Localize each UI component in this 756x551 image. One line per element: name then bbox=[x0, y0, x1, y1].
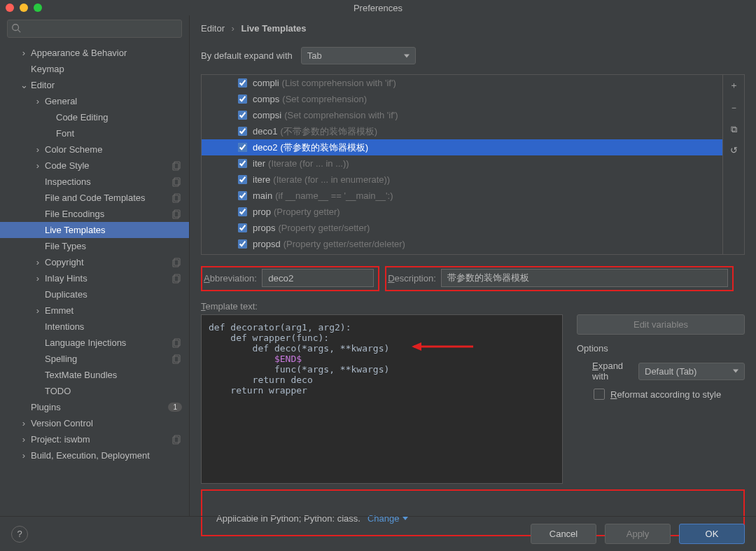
sidebar-item-inspections[interactable]: Inspections bbox=[0, 174, 189, 190]
sidebar-item-keymap[interactable]: Keymap bbox=[0, 61, 189, 77]
reformat-row: Reformat according to style bbox=[577, 389, 745, 400]
description-input[interactable] bbox=[441, 269, 728, 287]
template-list[interactable]: compli (List comprehension with 'if')com… bbox=[202, 75, 722, 254]
default-expand-select[interactable]: Tab bbox=[301, 47, 416, 64]
template-row-comps[interactable]: comps (Set comprehension) bbox=[202, 91, 722, 107]
template-desc: (Set comprehension with 'if') bbox=[284, 110, 398, 120]
sidebar-item-version-control[interactable]: ›Version Control bbox=[0, 415, 189, 431]
minimize-icon[interactable] bbox=[20, 4, 28, 12]
restore-icon[interactable]: ↺ bbox=[730, 145, 738, 155]
window-title: Preferences bbox=[354, 3, 402, 13]
sidebar-item-language-injections[interactable]: Language Injections bbox=[0, 335, 189, 351]
template-name: propsd bbox=[253, 239, 281, 249]
template-row-compsi[interactable]: compsi (Set comprehension with 'if') bbox=[202, 107, 722, 123]
template-row-main[interactable]: main (if __name__ == '__main__':) bbox=[202, 188, 722, 204]
sidebar-item-general[interactable]: ›General bbox=[0, 93, 189, 109]
content-area: ›Appearance & BehaviorKeymap⌄Editor›Gene… bbox=[0, 15, 756, 516]
sidebar-item-duplicates[interactable]: Duplicates bbox=[0, 286, 189, 302]
sidebar-item-label: Build, Execution, Deployment bbox=[28, 450, 182, 461]
sidebar-item-file-types[interactable]: File Types bbox=[0, 238, 189, 254]
template-row-itere[interactable]: itere (Iterate (for ... in enumerate)) bbox=[202, 172, 722, 188]
sidebar-item-copyright[interactable]: ›Copyright bbox=[0, 254, 189, 270]
sidebar-item-label: Copyright bbox=[42, 257, 172, 267]
sidebar-item-project-iswbm[interactable]: ›Project: iswbm bbox=[0, 431, 189, 447]
template-name: compli bbox=[253, 78, 279, 88]
close-icon[interactable] bbox=[6, 4, 14, 12]
template-row-props[interactable]: props (Property getter/setter) bbox=[202, 220, 722, 236]
template-row-compli[interactable]: compli (List comprehension with 'if') bbox=[202, 75, 722, 91]
template-checkbox[interactable] bbox=[238, 95, 247, 104]
sidebar-item-textmate-bundles[interactable]: TextMate Bundles bbox=[0, 367, 189, 383]
sidebar-item-plugins[interactable]: Plugins1 bbox=[0, 399, 189, 415]
template-checkbox[interactable] bbox=[238, 127, 247, 136]
template-name: main bbox=[253, 190, 272, 201]
search-input[interactable] bbox=[7, 20, 182, 38]
sidebar-item-spelling[interactable]: Spelling bbox=[0, 351, 189, 367]
preferences-window: Preferences ›Appearance & BehaviorKeymap… bbox=[0, 0, 756, 551]
sidebar-item-build-execution-deployment[interactable]: ›Build, Execution, Deployment bbox=[0, 447, 189, 463]
template-checkbox[interactable] bbox=[238, 143, 247, 152]
sidebar-item-file-and-code-templates[interactable]: File and Code Templates bbox=[0, 190, 189, 206]
abbreviation-input[interactable] bbox=[262, 269, 374, 287]
template-desc: (带参数的装饰器模板) bbox=[280, 141, 368, 154]
template-row-deco2[interactable]: deco2 (带参数的装饰器模板) bbox=[202, 139, 722, 155]
sidebar-item-live-templates[interactable]: Live Templates bbox=[0, 222, 189, 238]
options-title: Options bbox=[577, 343, 745, 354]
chevron-icon: › bbox=[34, 160, 42, 171]
sidebar-item-appearance-behavior[interactable]: ›Appearance & Behavior bbox=[0, 45, 189, 61]
template-desc: (不带参数的装饰器模板) bbox=[280, 125, 377, 138]
help-button[interactable]: ? bbox=[11, 526, 28, 543]
reformat-checkbox[interactable] bbox=[594, 389, 605, 400]
sidebar-item-inlay-hints[interactable]: ›Inlay Hints bbox=[0, 270, 189, 286]
template-checkbox[interactable] bbox=[238, 223, 247, 232]
template-name: iter bbox=[253, 158, 265, 169]
template-row-prop[interactable]: prop (Property getter) bbox=[202, 204, 722, 220]
template-checkbox[interactable] bbox=[238, 159, 247, 168]
template-desc: (Property getter/setter/deleter) bbox=[284, 239, 405, 249]
template-checkbox[interactable] bbox=[238, 78, 247, 88]
ok-button[interactable]: OK bbox=[679, 524, 745, 544]
sidebar-item-label: Color Scheme bbox=[42, 144, 182, 155]
template-text-editor[interactable]: def decorator(arg1, arg2): def wrapper(f… bbox=[201, 314, 563, 484]
template-name: prop bbox=[253, 207, 271, 217]
sidebar-item-color-scheme[interactable]: ›Color Scheme bbox=[0, 141, 189, 158]
titlebar: Preferences bbox=[0, 0, 756, 15]
duplicate-icon[interactable]: ⧉ bbox=[731, 124, 737, 135]
sidebar-item-code-style[interactable]: ›Code Style bbox=[0, 158, 189, 174]
template-row-deco1[interactable]: deco1 (不带参数的装饰器模板) bbox=[202, 123, 722, 139]
template-desc: (Property getter/setter) bbox=[279, 223, 370, 233]
sidebar-item-editor[interactable]: ⌄Editor bbox=[0, 77, 189, 93]
sidebar-item-label: Keymap bbox=[28, 64, 182, 74]
maximize-icon[interactable] bbox=[34, 4, 42, 12]
chevron-icon: › bbox=[20, 48, 28, 58]
template-row-propsd[interactable]: propsd (Property getter/setter/deleter) bbox=[202, 236, 722, 252]
template-checkbox[interactable] bbox=[238, 175, 247, 184]
template-row-iter[interactable]: iter (Iterate (for ... in ...)) bbox=[202, 155, 722, 172]
template-row-super[interactable]: super ('super(...)' call) bbox=[202, 252, 722, 254]
end-variable: $END$ bbox=[274, 354, 302, 364]
template-desc: (Set comprehension) bbox=[282, 94, 367, 104]
template-checkbox[interactable] bbox=[238, 239, 247, 249]
sidebar-item-intentions[interactable]: Intentions bbox=[0, 319, 189, 335]
sidebar-item-code-editing[interactable]: Code Editing bbox=[0, 109, 189, 125]
template-desc: (Property getter) bbox=[274, 207, 340, 217]
project-level-icon bbox=[172, 338, 182, 348]
sidebar-item-todo[interactable]: TODO bbox=[0, 383, 189, 399]
project-level-icon bbox=[172, 274, 182, 284]
apply-button[interactable]: Apply bbox=[605, 524, 671, 544]
template-checkbox[interactable] bbox=[238, 111, 247, 120]
sidebar-item-emmet[interactable]: ›Emmet bbox=[0, 302, 189, 319]
cancel-button[interactable]: Cancel bbox=[531, 524, 596, 544]
sidebar-item-file-encodings[interactable]: File Encodings bbox=[0, 206, 189, 222]
chevron-icon: ⌄ bbox=[20, 80, 28, 90]
sidebar-item-font[interactable]: Font bbox=[0, 125, 189, 141]
expand-with-select[interactable]: Default (Tab) bbox=[638, 363, 745, 380]
remove-icon[interactable]: － bbox=[729, 102, 738, 114]
add-icon[interactable]: ＋ bbox=[729, 79, 738, 92]
edit-variables-button[interactable]: Edit variables bbox=[577, 314, 745, 335]
template-checkbox[interactable] bbox=[238, 207, 247, 216]
breadcrumb-a: Editor bbox=[201, 23, 225, 34]
settings-tree[interactable]: ›Appearance & BehaviorKeymap⌄Editor›Gene… bbox=[0, 42, 189, 516]
sidebar-item-label: TextMate Bundles bbox=[42, 370, 182, 380]
template-checkbox[interactable] bbox=[238, 191, 247, 200]
